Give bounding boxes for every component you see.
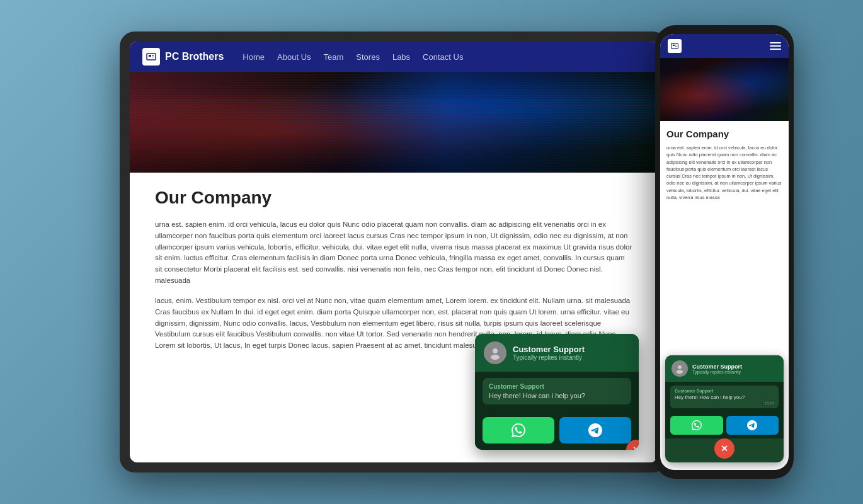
page-title: Our Company [155,188,632,208]
body-paragraph-1: urna est. sapien enim. id orci vehicula,… [155,219,632,287]
phone-chat-msg-area: Customer Support Hey there! How can i he… [665,382,784,412]
brand-icon [142,48,160,66]
phone-device: Our Company urna est. sapien enim. id or… [655,25,794,479]
chat-header: Customer Support Typically replies insta… [475,334,639,372]
svg-point-5 [491,355,500,360]
telegram-button[interactable] [559,417,631,444]
phone-chat-info: Customer Support Typically replies insta… [692,364,742,374]
chat-message-area: Customer Support Hey there! How can i he… [475,372,639,411]
svg-rect-1 [149,55,151,57]
phone-hero-image [660,58,789,121]
phone-chat-avatar [672,360,688,377]
phone-body-text: urna est. sapien enim. id orci vehicula,… [666,144,782,201]
navbar: PC Brothers Home About Us Team Stores La… [130,42,658,72]
hero-lines [130,72,658,173]
svg-point-11 [677,370,683,374]
brand-name: PC Brothers [165,51,224,62]
phone-content: Our Company urna est. sapien enim. id or… [660,121,789,470]
tablet-device: PC Brothers Home About Us Team Stores La… [120,32,668,472]
phone-chat-text: Hey there! How can i help you? [675,394,774,400]
phone-chat-name: Customer Support [692,364,742,370]
hamburger-menu[interactable] [770,42,781,50]
nav-team[interactable]: Team [324,52,344,62]
chat-widget: Customer Support Typically replies insta… [475,334,639,450]
nav-stores[interactable]: Stores [356,52,380,62]
svg-rect-7 [673,45,675,46]
hero-image [130,72,658,173]
whatsapp-button[interactable] [483,417,554,444]
phone-whatsapp-button[interactable] [670,416,723,435]
phone-chat-header: Customer Support Typically replies insta… [665,355,784,382]
phone-screen: Our Company urna est. sapien enim. id or… [660,34,789,470]
phone-chat-widget: Customer Support Typically replies insta… [665,355,784,462]
phone-chat-bubble: Customer Support Hey there! How can i he… [670,386,779,408]
phone-chat-time: 15:17 [675,401,774,405]
chat-buttons [475,411,639,450]
nav-contact[interactable]: Contact Us [423,52,463,62]
chat-message-sender: Customer Support [489,383,625,390]
phone-chat-sender: Customer Support [675,389,774,393]
phone-navbar [660,34,789,58]
main-content: Our Company urna est. sapien enim. id or… [130,173,658,462]
svg-rect-2 [152,55,154,56]
svg-rect-3 [152,57,154,57]
svg-point-4 [493,348,498,353]
nav-home[interactable]: Home [243,52,265,62]
phone-page-title: Our Company [666,129,782,139]
tablet-screen: PC Brothers Home About Us Team Stores La… [130,42,658,462]
chat-message-text: Hey there! How can i help you? [489,392,625,399]
phone-brand-icon [668,39,682,53]
nav-labs[interactable]: Labs [392,52,410,62]
phone-chat-close-button[interactable]: ✕ [714,438,734,459]
chat-avatar [484,341,506,364]
svg-rect-0 [147,54,156,60]
chat-header-info: Customer Support Typically replies insta… [513,345,585,361]
navbar-brand: PC Brothers [142,48,224,66]
svg-rect-6 [672,43,678,49]
nav-about[interactable]: About Us [277,52,311,62]
chat-message-bubble: Customer Support Hey there! How can i he… [483,378,631,404]
nav-links: Home About Us Team Stores Labs Contact U… [243,52,463,62]
svg-rect-9 [675,46,677,47]
phone-chat-status: Typically replies instantly [692,370,742,374]
svg-point-10 [678,365,682,369]
chat-name: Customer Support [513,345,585,354]
chat-status: Typically replies instantly [513,354,585,361]
svg-rect-8 [675,45,677,45]
phone-chat-buttons [665,412,784,438]
phone-telegram-button[interactable] [726,416,779,435]
